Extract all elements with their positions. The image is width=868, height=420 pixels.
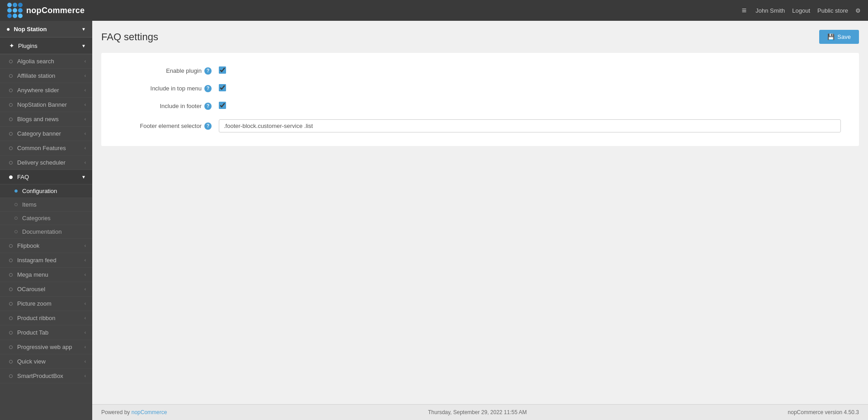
pwa-arrow-icon: ‹: [85, 344, 86, 349]
include-footer-control: [219, 102, 841, 110]
config-dot: [14, 189, 18, 193]
sidebar-item-label: Instagram feed: [17, 257, 85, 264]
sidebar-sub-item-items[interactable]: Items: [0, 198, 92, 212]
sidebar-item-common-features[interactable]: Common Features ‹: [0, 141, 92, 156]
sidebar-sub-item-label: Categories: [22, 215, 51, 222]
enable-plugin-help-icon[interactable]: ?: [204, 67, 212, 75]
include-footer-checkbox[interactable]: [219, 102, 226, 109]
sidebar-item-progressive-web-app[interactable]: Progressive web app ‹: [0, 340, 92, 354]
smartproduct-arrow-icon: ‹: [85, 373, 86, 378]
save-button[interactable]: 💾 Save: [819, 30, 859, 44]
sidebar-group-nopstation[interactable]: ● Nop Station ▼: [0, 21, 92, 38]
flipbook-dot: [9, 244, 13, 248]
public-store-link[interactable]: Public store: [817, 7, 848, 14]
sidebar-group-plugins[interactable]: ✦ Plugins ▼: [0, 38, 92, 54]
instagram-dot: [9, 259, 13, 262]
sidebar-item-instagram-feed[interactable]: Instagram feed ‹: [0, 253, 92, 268]
powered-by-text: Powered by: [101, 409, 130, 415]
powered-by-link[interactable]: nopCommerce: [132, 409, 167, 415]
blogs-arrow-icon: ‹: [85, 117, 86, 122]
pwa-dot: [9, 345, 13, 349]
include-footer-label-text: Include in footer: [160, 103, 202, 109]
sidebar-item-label: Affiliate station: [17, 72, 85, 79]
content-area: FAQ settings 💾 Save Enable plugin ?: [92, 21, 868, 420]
include-top-menu-help-icon[interactable]: ?: [204, 85, 212, 92]
sidebar-item-category-banner[interactable]: Category banner ‹: [0, 127, 92, 141]
sidebar-item-product-tab[interactable]: Product Tab ‹: [0, 326, 92, 340]
sidebar-item-mega-menu[interactable]: Mega menu ‹: [0, 268, 92, 282]
form-row-include-top-menu: Include in top menu ?: [119, 84, 841, 93]
sidebar-item-label: Blogs and news: [17, 116, 85, 123]
sidebar-item-label: Flipbook: [17, 242, 85, 249]
ribbon-arrow-icon: ‹: [85, 316, 86, 321]
sidebar-item-product-ribbon[interactable]: Product ribbon ‹: [0, 311, 92, 326]
page-title: FAQ settings: [101, 31, 158, 43]
category-dot: [9, 132, 13, 136]
category-arrow-icon: ‹: [85, 131, 86, 136]
enable-plugin-checkbox[interactable]: [219, 66, 226, 74]
sidebar-item-nopstation-banner[interactable]: NopStation Banner ‹: [0, 98, 92, 112]
sidebar-sub-item-label: Configuration: [22, 188, 57, 194]
banner-arrow-icon: ‹: [85, 102, 86, 107]
items-dot: [14, 203, 18, 206]
sidebar-sub-item-categories[interactable]: Categories: [0, 212, 92, 225]
plugins-label: Plugins: [18, 42, 38, 49]
sidebar-item-label: SmartProductBox: [17, 373, 85, 379]
sidebar-item-label: Mega menu: [17, 271, 85, 278]
sidebar-item-algolia-search[interactable]: Algolia search ‹: [0, 54, 92, 69]
producttab-dot: [9, 331, 13, 335]
sidebar-sub-item-configuration[interactable]: Configuration: [0, 184, 92, 198]
footer-version: nopCommerce version 4.50.3: [788, 409, 859, 415]
username-label: John Smith: [755, 7, 785, 14]
anywhere-dot: [9, 89, 13, 92]
sidebar-sub-item-documentation[interactable]: Documentation: [0, 225, 92, 239]
smartproduct-dot: [9, 374, 13, 378]
sidebar-item-label: FAQ: [17, 174, 81, 180]
logout-link[interactable]: Logout: [792, 7, 810, 14]
enable-plugin-label-text: Enable plugin: [166, 67, 202, 74]
quickview-dot: [9, 360, 13, 363]
banner-dot: [9, 103, 13, 107]
picturezoom-arrow-icon: ‹: [85, 301, 86, 306]
sidebar-item-ocarousel[interactable]: OCarousel ‹: [0, 282, 92, 297]
footer-powered-by: Powered by nopCommerce: [101, 409, 167, 415]
include-top-menu-control: [219, 84, 841, 93]
producttab-arrow-icon: ‹: [85, 330, 86, 335]
sidebar-item-affiliate-station[interactable]: Affiliate station ‹: [0, 69, 92, 83]
sidebar-item-delivery-scheduler[interactable]: Delivery scheduler ‹: [0, 156, 92, 170]
docs-dot: [14, 230, 18, 233]
footer-selector-help-icon[interactable]: ?: [204, 123, 212, 130]
mega-arrow-icon: ‹: [85, 272, 86, 277]
sidebar-sub-item-label: Documentation: [22, 228, 61, 235]
sidebar-item-smart-product-box[interactable]: SmartProductBox ‹: [0, 369, 92, 383]
include-footer-help-icon[interactable]: ?: [204, 103, 212, 110]
top-nav: nopCommerce ≡ John Smith Logout Public s…: [0, 0, 868, 21]
sidebar-item-picture-zoom[interactable]: Picture zoom ‹: [0, 297, 92, 311]
sidebar-item-flipbook[interactable]: Flipbook ‹: [0, 239, 92, 253]
sidebar-item-quick-view[interactable]: Quick view ‹: [0, 354, 92, 369]
sidebar-item-blogs-and-news[interactable]: Blogs and news ‹: [0, 112, 92, 127]
save-label: Save: [837, 33, 851, 40]
categories-dot: [14, 217, 18, 220]
main-layout: ● Nop Station ▼ ✦ Plugins ▼ Algolia sear…: [0, 21, 868, 420]
nopstation-label: Nop Station: [14, 26, 47, 33]
hamburger-button[interactable]: ≡: [742, 6, 747, 15]
sidebar-item-label: NopStation Banner: [17, 101, 85, 108]
blogs-dot: [9, 118, 13, 121]
sidebar-item-label: Product Tab: [17, 329, 85, 336]
plugins-icon: ✦: [9, 42, 14, 49]
sidebar-item-label: Algolia search: [17, 58, 85, 65]
settings-icon[interactable]: ⚙: [855, 7, 861, 14]
mega-dot: [9, 273, 13, 277]
footer-datetime: Thursday, September 29, 2022 11:55 AM: [428, 409, 527, 415]
sidebar-item-label: Anywhere slider: [17, 87, 85, 94]
nav-right: John Smith Logout Public store ⚙: [755, 7, 861, 14]
footer-selector-input[interactable]: [219, 119, 841, 132]
include-top-menu-checkbox[interactable]: [219, 84, 226, 91]
sidebar-item-faq[interactable]: FAQ ▼: [0, 170, 92, 184]
form-row-include-footer: Include in footer ?: [119, 102, 841, 110]
sidebar: ● Nop Station ▼ ✦ Plugins ▼ Algolia sear…: [0, 21, 92, 420]
anywhere-arrow-icon: ‹: [85, 88, 86, 93]
sidebar-item-anywhere-slider[interactable]: Anywhere slider ‹: [0, 83, 92, 98]
enable-plugin-control: [219, 66, 841, 75]
